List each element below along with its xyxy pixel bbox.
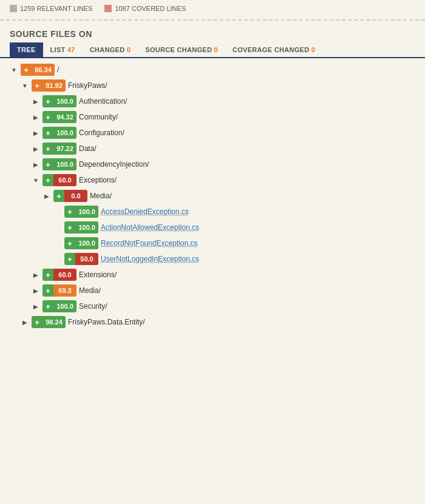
toggle-security[interactable]: ▶ [32,303,40,310]
toggle-extensions[interactable]: ▶ [32,272,40,278]
tab-source-changed[interactable]: SOURCE CHANGED 0 [138,42,225,57]
label-configuration: Configuration/ [79,129,124,137]
badge-value-record-not-found: 100.0 [75,237,98,249]
badge-icon-media-exc: + [53,190,64,202]
label-root: / [57,66,59,74]
badge-icon-security: + [42,300,53,312]
toggle-media-fp[interactable]: ▶ [32,287,40,294]
badge-value-data: 97.22 [53,143,76,155]
badge-value-root: 86.34 [32,64,55,76]
toggle-media-exc[interactable]: ▶ [42,193,51,200]
tree-row-authentication: ▶ + 100.0 Authentication/ [32,93,415,109]
tab-changed[interactable]: CHANGED 0 [83,42,138,57]
label-di: DependencyInjection/ [79,160,149,169]
tree-row-configuration: ▶ + 100.0 Configuration/ [32,125,415,141]
tree-row-di: ▶ + 100.0 DependencyInjection/ [32,156,415,172]
tab-list[interactable]: LIST 47 [43,42,83,57]
covered-label: 1087 COVERED LINES [115,5,186,12]
toggle-data[interactable]: ▶ [32,146,40,152]
badge-icon-action-not-allowed: + [64,221,75,234]
label-security: Security/ [79,302,107,311]
badge-icon-record-not-found: + [64,237,75,249]
badge-di: + 100.0 [42,158,76,170]
badge-value-entity: 98.24 [42,316,66,328]
badge-entity: + 98.24 [32,316,66,328]
badge-action-not-allowed: + 100.0 [64,221,98,234]
tree-row-root: ▼ + 86.34 / [10,62,415,78]
badge-value-community: 94.32 [53,111,76,123]
badge-icon-di: + [42,158,53,170]
divider [0,19,425,21]
badge-value-authentication: 100.0 [53,95,76,107]
badge-icon-entity: + [32,316,42,328]
badge-value-security: 100.0 [53,300,76,312]
badge-root: + 86.34 [21,64,55,76]
tree-row-media-exc: ▶ + 0.0 Media/ [42,188,415,204]
label-user-not-logged-in[interactable]: UserNotLoggedInException.cs [101,255,199,263]
label-action-not-allowed[interactable]: ActionNotAllowedException.cs [101,223,199,232]
badge-icon-user-not-logged-in: + [64,253,75,265]
badge-community: + 94.32 [42,111,76,123]
badge-value-action-not-allowed: 100.0 [75,221,98,234]
tree-row-community: ▶ + 94.32 Community/ [32,109,415,125]
badge-value-extensions: 60.0 [53,269,76,281]
toggle-entity[interactable]: ▶ [21,319,29,326]
tree-row-security: ▶ + 100.0 Security/ [32,298,415,314]
tree-row-extensions: ▶ + 60.0 Extensions/ [32,267,415,283]
label-record-not-found[interactable]: RecordNotFoundException.cs [101,239,197,247]
tree-row-access-denied: + 100.0 AccessDeniedException.cs [53,204,415,220]
badge-user-not-logged-in: + 50.0 [64,253,98,265]
badge-value-access-denied: 100.0 [75,206,98,218]
label-access-denied[interactable]: AccessDeniedException.cs [101,207,189,216]
toggle-configuration[interactable]: ▶ [32,130,40,136]
label-entity: FriskyPaws.Data.Entity/ [68,318,145,326]
badge-security: + 100.0 [42,300,76,312]
badge-value-di: 100.0 [53,158,76,170]
tree-row-user-not-logged-in: + 50.0 UserNotLoggedInException.cs [53,251,415,267]
label-exceptions: Exceptions/ [79,176,117,184]
badge-icon-root: + [21,64,32,76]
badge-data: + 97.22 [42,143,76,155]
badge-value-exceptions: 60.0 [53,174,76,186]
badge-icon-extensions: + [42,269,53,281]
toggle-friskypaws[interactable]: ▼ [21,82,29,89]
badge-icon-community: + [42,111,53,123]
tree-row-entity: ▶ + 98.24 FriskyPaws.Data.Entity/ [21,314,415,330]
tab-bar: TREE LIST 47 CHANGED 0 SOURCE CHANGED 0 … [0,42,425,58]
label-friskypaws: FriskyPaws/ [68,81,107,90]
tab-changed-count: 0 [127,46,131,53]
tab-coverage-changed[interactable]: COVERAGE CHANGED 0 [225,42,322,57]
toggle-di[interactable]: ▶ [32,161,40,168]
toggle-authentication[interactable]: ▶ [32,98,40,105]
tab-coverage-changed-count: 0 [311,46,315,53]
relevant-color [10,5,17,12]
toggle-community[interactable]: ▶ [32,114,40,121]
badge-value-user-not-logged-in: 50.0 [75,253,98,265]
badge-icon-data: + [42,143,53,155]
tab-tree[interactable]: TREE [10,42,43,57]
badge-value-media-fp: 69.3 [53,284,76,297]
badge-record-not-found: + 100.0 [64,237,98,249]
badge-media-fp: + 69.3 [42,284,76,297]
badge-icon-media-fp: + [42,284,53,297]
label-media-exc: Media/ [90,192,112,200]
toggle-root[interactable]: ▼ [10,67,18,73]
tab-list-count: 47 [67,46,75,53]
label-community: Community/ [79,113,118,121]
badge-icon-exceptions: + [42,174,53,186]
covered-color [104,5,112,12]
relevant-label: 1259 RELEVANT LINES [20,5,92,12]
badge-exceptions: + 60.0 [42,174,76,186]
tree-row-data: ▶ + 97.22 Data/ [32,141,415,156]
tree-row-exceptions: ▼ + 60.0 Exceptions/ [32,172,415,188]
tab-source-changed-count: 0 [214,46,218,53]
tree-row-media-fp: ▶ + 69.3 Media/ [32,283,415,298]
badge-icon-authentication: + [42,95,53,107]
badge-media-exc: + 0.0 [53,190,87,202]
label-authentication: Authentication/ [79,97,127,106]
badge-value-media-exc: 0.0 [64,190,87,202]
label-extensions: Extensions/ [79,270,117,279]
toggle-exceptions[interactable]: ▼ [32,177,40,184]
badge-access-denied: + 100.0 [64,206,98,218]
tree-row-action-not-allowed: + 100.0 ActionNotAllowedException.cs [53,220,415,235]
